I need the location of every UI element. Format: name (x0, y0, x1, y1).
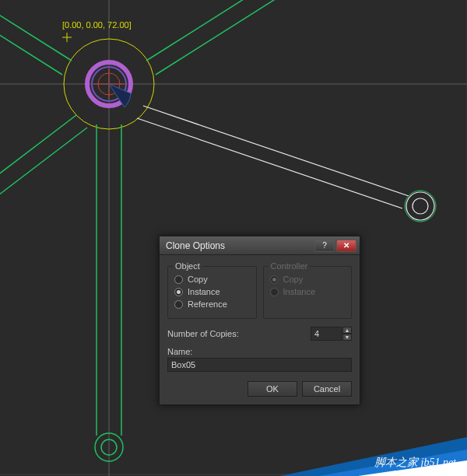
svg-point-14 (406, 192, 434, 220)
cancel-button[interactable]: Cancel (302, 381, 352, 397)
radio-label: Copy (188, 275, 208, 284)
name-input[interactable] (167, 358, 352, 372)
radio-label: Instance (188, 287, 220, 296)
controller-group-title: Controller (269, 261, 311, 271)
radio-label: Instance (283, 287, 316, 296)
radio-controller-instance: Instance (270, 287, 346, 296)
spinner-down-icon[interactable]: ▼ (342, 334, 352, 341)
copies-input[interactable] (311, 327, 342, 341)
close-button[interactable]: ✕ (336, 240, 356, 252)
radio-label: Copy (283, 275, 304, 284)
copies-spinner[interactable]: ▲ ▼ (342, 327, 352, 341)
coordinate-readout: [0.00, 0.00, 72.00] (62, 20, 132, 30)
svg-point-16 (405, 191, 436, 222)
dialog-titlebar[interactable]: Clone Options ? ✕ (160, 236, 360, 255)
spinner-up-icon[interactable]: ▲ (342, 327, 352, 334)
dialog-title: Clone Options (166, 240, 313, 251)
radio-icon (174, 300, 183, 309)
radio-controller-copy: Copy (270, 275, 346, 284)
ok-button[interactable]: OK (248, 381, 297, 397)
name-label: Name: (167, 347, 352, 356)
radio-icon (270, 288, 279, 296)
copies-row: Number of Copies: ▲ ▼ (167, 327, 352, 341)
radio-icon (174, 275, 183, 284)
radio-instance[interactable]: Instance (174, 287, 250, 296)
radio-copy[interactable]: Copy (174, 275, 250, 284)
svg-point-15 (413, 198, 428, 214)
radio-icon (270, 275, 279, 284)
watermark-site: jb51.net (421, 457, 457, 468)
watermark-cn: 脚本之家 (374, 457, 418, 468)
controller-group: Controller Copy Instance (263, 266, 353, 319)
clone-options-dialog: Clone Options ? ✕ Object Copy Instance R… (159, 236, 360, 405)
radio-icon (174, 288, 183, 296)
radio-reference[interactable]: Reference (174, 299, 250, 309)
dialog-body: Object Copy Instance Reference Controlle… (160, 255, 360, 404)
object-group-title: Object (173, 261, 202, 271)
object-group: Object Copy Instance Reference (167, 266, 257, 319)
help-button[interactable]: ? (314, 240, 335, 252)
radio-label: Reference (188, 299, 227, 309)
watermark: 脚本之家 jb51.net (374, 456, 456, 470)
copies-label: Number of Copies: (167, 329, 304, 338)
